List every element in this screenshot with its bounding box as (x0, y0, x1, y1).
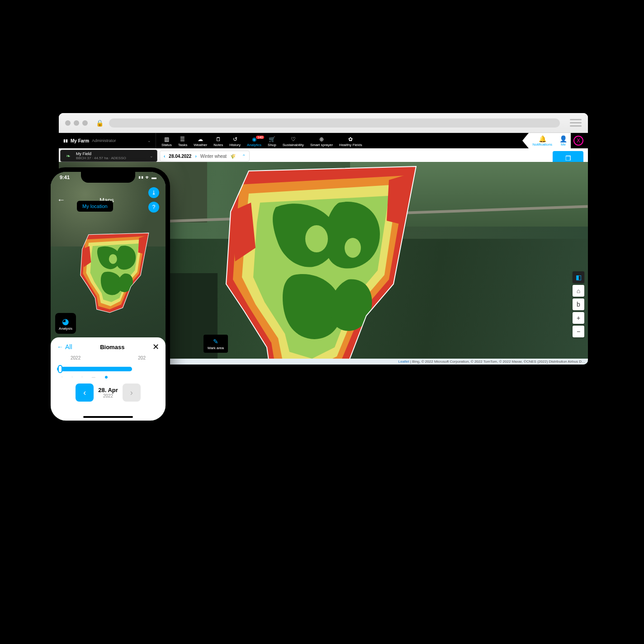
browser-chrome: 🔒 (59, 113, 588, 133)
lock-icon: 🔒 (96, 119, 104, 127)
map-control-4[interactable]: − (573, 326, 584, 337)
next-date-icon[interactable]: › (195, 154, 196, 159)
panel-year: 2022 (98, 393, 118, 398)
chevron-down-icon: ⌄ (150, 154, 153, 158)
pencil-icon: ✎ (213, 338, 218, 345)
nav-history[interactable]: ↺History (227, 137, 243, 147)
chevron-down-icon: ⌄ (147, 138, 151, 143)
back-icon[interactable]: ← (57, 195, 65, 205)
nav-smart-sprayer[interactable]: ⊕Smart sprayer (308, 137, 336, 147)
panel-back[interactable]: ← All (57, 343, 72, 350)
biomass-panel: ← All Biomass ✕ 2022 202 ···—● ‹ 28. Apr… (51, 337, 166, 421)
prev-date-icon[interactable]: ‹ (164, 154, 165, 159)
window-controls[interactable] (65, 120, 88, 126)
analysis-label: Analysis (59, 327, 72, 331)
chevron-up-icon[interactable]: ⌃ (242, 154, 246, 159)
leaf-icon: ❧ (64, 152, 72, 160)
date-slider[interactable] (57, 363, 159, 373)
nav-status[interactable]: ▥Status (159, 137, 175, 147)
brand-logo[interactable]: X (573, 136, 583, 146)
map-control-1[interactable]: ⌂ (573, 285, 584, 297)
year-right: 202 (138, 355, 146, 360)
shop-icon: 🛒 (269, 137, 275, 142)
farm-role: Administrator (92, 138, 116, 143)
analysis-button[interactable]: ◕ Analysis (55, 313, 76, 334)
nav-tasks[interactable]: ☰Tasks (175, 137, 190, 147)
nav-items: ▥Status☰Tasks☁Weather🗒Notes↺History140◉A… (159, 133, 365, 148)
nav-notes[interactable]: 🗒Notes (211, 137, 226, 147)
panel-all: All (65, 343, 72, 350)
signal-icon: ▮▮ (63, 138, 68, 143)
me-button[interactable]: 👤 Me (556, 133, 571, 148)
nav-label: Tasks (178, 143, 187, 147)
svg-point-1 (305, 225, 328, 252)
me-label: Me (561, 142, 566, 147)
phone-indicators: ▮▮ ᯤ ▬ (138, 175, 156, 180)
nav-analytics[interactable]: 140◉Analytics (244, 137, 264, 147)
url-bar[interactable] (109, 118, 560, 128)
farm-name: My Farm (71, 138, 89, 143)
wheat-icon: 🌾 (230, 154, 236, 159)
phone-time: 9:41 (60, 175, 70, 180)
weather-icon: ☁ (198, 137, 203, 142)
phone-status-bar: 9:41 ▮▮ ᯤ ▬ (51, 175, 166, 180)
prev-date-button[interactable]: ‹ (76, 384, 94, 402)
crop-name: Winter wheat (200, 154, 227, 159)
nav-weather[interactable]: ☁Weather (191, 137, 210, 147)
farm-selector[interactable]: ▮▮ My Farm Administrator ⌄ (59, 133, 156, 148)
app-header: ▮▮ My Farm Administrator ⌄ ▥Status☰Tasks… (59, 133, 588, 148)
map-controls: ◧⌂b+− (573, 271, 584, 337)
download-icon[interactable]: ⤓ (148, 187, 159, 198)
nav-label: History (229, 143, 241, 147)
home-indicator[interactable] (83, 416, 133, 418)
map-control-2[interactable]: b (573, 298, 584, 310)
tasks-icon: ☰ (180, 137, 185, 142)
date-value: 28.04.2022 (169, 154, 191, 159)
map-control-0[interactable]: ◧ (573, 271, 584, 283)
panel-date: 28. Apr (98, 387, 118, 393)
nav-label: Healthy Fields (339, 143, 362, 147)
smart sprayer-icon: ⊕ (319, 137, 324, 142)
notifications-label: Notifications (532, 142, 552, 147)
field-name: My Field (76, 152, 126, 156)
healthy fields-icon: ✿ (348, 137, 353, 142)
nav-label: Shop (268, 143, 276, 147)
slider-thumb[interactable] (58, 365, 62, 373)
phone-mockup: 9:41 ▮▮ ᯤ ▬ ← Maps (46, 167, 170, 425)
analysis-icon: ◕ (62, 317, 69, 327)
field-detail: BBCH 37 · 44.57 ha · ADESSO (76, 156, 126, 160)
date-selector[interactable]: ‹ 28.04.2022 › Winter wheat 🌾 ⌃ (160, 151, 250, 161)
close-icon[interactable]: ✕ (152, 342, 159, 352)
next-date-button[interactable]: › (123, 384, 141, 402)
nav-healthy-fields[interactable]: ✿Healthy Fields (336, 137, 365, 147)
compare-icon: ❐ (565, 155, 571, 162)
sub-header: ❧ My Field BBCH 37 · 44.57 ha · ADESSO ⌄… (59, 148, 588, 162)
attribution-text: | Bing, © 2022 Microsoft Corporation, © … (409, 360, 585, 364)
phone-biomass-overlay (64, 208, 166, 339)
menu-icon[interactable] (570, 119, 582, 127)
svg-point-4 (109, 254, 117, 264)
nav-label: Sustainability (283, 143, 304, 147)
slider-ticks: ···—● (57, 375, 159, 379)
map-control-3[interactable]: + (573, 312, 584, 324)
nav-label: Status (161, 143, 172, 147)
year-left: 2022 (71, 355, 80, 360)
my-location-pill[interactable]: My location (77, 201, 113, 212)
help-icon[interactable]: ? (148, 202, 159, 213)
nav-label: Weather (194, 143, 207, 147)
field-selector[interactable]: ❧ My Field BBCH 37 · 44.57 ha · ADESSO ⌄ (60, 150, 157, 162)
nav-shop[interactable]: 🛒Shop (265, 137, 279, 147)
mark-area-button[interactable]: ✎ Mark area (204, 335, 228, 353)
person-icon: 👤 (559, 135, 567, 142)
mark-area-label: Mark area (208, 346, 224, 350)
bell-icon: 🔔 (539, 135, 546, 142)
history-icon: ↺ (233, 137, 237, 142)
nav-label: Smart sprayer (310, 143, 333, 147)
nav-sustainability[interactable]: ♡Sustainability (280, 137, 307, 147)
sustainability-icon: ♡ (291, 137, 296, 142)
notifications-button[interactable]: 🔔 Notifications (529, 133, 556, 148)
status-icon: ▥ (164, 137, 169, 142)
leaflet-link[interactable]: Leaflet (398, 360, 409, 364)
notes-icon: 🗒 (216, 137, 221, 142)
panel-title: Biomass (100, 344, 124, 350)
